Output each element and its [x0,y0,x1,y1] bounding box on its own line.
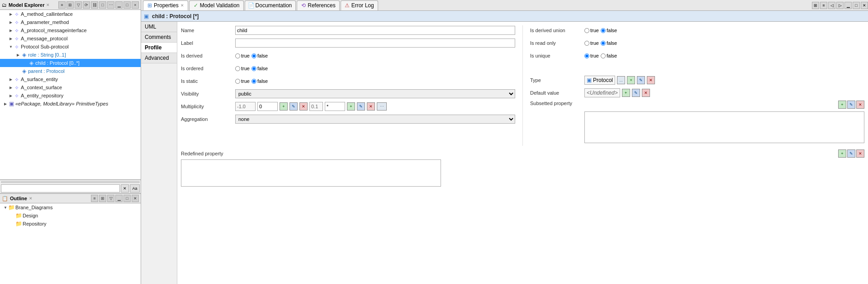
is-derived-false-option[interactable]: false [251,53,268,58]
outline-arrow-1[interactable]: ▼ [3,205,8,210]
tree-arrow-10[interactable]: ▶ [8,85,14,90]
type-edit-btn[interactable]: ✎ [637,76,645,84]
tree-item-7[interactable]: ◈ child : Protocol [0..*] [0,59,141,67]
outline-maximize-btn[interactable]: □ [123,195,131,202]
is-ordered-true-option[interactable]: true [235,66,250,71]
tree-item-11[interactable]: ▶ ⟡ A_entity_repository [0,91,141,100]
tab-properties-close[interactable]: ✕ [180,3,184,8]
search-aa-btn[interactable]: Aa [130,184,140,193]
outline-item-3[interactable]: 📁 Repository [0,220,141,228]
outline-item-1[interactable]: ▼ 📁 Brane_Diagrams [0,203,141,212]
visibility-select[interactable]: public private protected package [235,89,515,98]
is-unique-false-option[interactable]: false [601,53,617,58]
is-derived-false-radio[interactable] [251,53,256,58]
tab-properties[interactable]: ⊞ Properties ✕ [143,0,188,10]
expand-all-btn[interactable]: ⊞ [66,1,74,9]
next-btn[interactable]: ▷ [836,2,844,9]
tree-arrow-2[interactable]: ▶ [8,19,14,25]
tree-arrow-1[interactable]: ▶ [8,11,14,17]
is-static-true-radio[interactable] [235,79,240,84]
mult-upper-edit-btn[interactable]: ✎ [357,102,365,111]
subsetted-property-box[interactable] [584,111,864,143]
is-derived-union-true-option[interactable]: true [584,28,599,33]
mult-upper-add-btn[interactable]: + [347,102,355,111]
outline-filter-btn[interactable]: ▽ [107,195,114,202]
is-derived-union-true-radio[interactable] [584,28,589,33]
mult-lower-edit-btn[interactable]: ✎ [289,102,298,111]
tree-arrow-6[interactable]: ▶ [15,52,21,58]
tree-arrow-4[interactable]: ▶ [8,36,14,41]
default-add-btn[interactable]: + [622,89,630,97]
mult-nav-btn[interactable]: ⋯ [377,102,387,111]
is-derived-union-false-radio[interactable] [601,28,606,33]
search-clear-btn[interactable]: ✕ [121,184,129,193]
is-unique-true-option[interactable]: true [584,53,599,58]
prev-btn[interactable]: ◁ [828,2,835,9]
subsetted-add-btn[interactable]: + [838,101,846,109]
is-derived-true-option[interactable]: true [235,53,250,58]
sidebar-tab-uml[interactable]: UML [141,22,177,32]
sync-btn[interactable]: ⟳ [83,1,90,9]
tab-references[interactable]: ⟲ References [297,0,339,10]
is-read-only-false-radio[interactable] [601,41,606,46]
sidebar-tab-comments[interactable]: Comments [141,32,177,43]
type-nav-btn[interactable]: ... [617,76,625,84]
link-btn[interactable]: ⛓ [91,1,98,9]
model-explorer-tree[interactable]: ▶ ⟡ A_method_callinterface ▶ ⟡ A_paramet… [0,10,141,180]
tree-item-1[interactable]: ▶ ⟡ A_method_callinterface [0,10,141,18]
show-list-btn[interactable]: ≡ [820,2,827,9]
sidebar-tab-profile[interactable]: Profile [141,43,177,53]
search-input[interactable] [1,184,120,193]
filter-btn[interactable]: ▽ [75,1,82,9]
outline-collapse-btn[interactable]: ≡ [91,195,98,202]
outline-close-btn[interactable]: ✕ [132,195,139,202]
outline-minimize-btn[interactable]: ▁ [115,195,123,202]
is-derived-true-radio[interactable] [235,53,240,58]
is-ordered-true-radio[interactable] [235,66,240,71]
type-delete-btn[interactable]: ✕ [647,76,655,84]
redefined-delete-btn[interactable]: ✕ [856,149,864,158]
aggregation-select[interactable]: none shared composite [235,115,515,124]
is-static-false-option[interactable]: false [251,78,268,84]
tree-arrow-12[interactable]: ▶ [3,101,8,106]
tree-arrow-3[interactable]: ▶ [8,28,14,33]
tree-arrow-9[interactable]: ▶ [8,77,14,82]
is-static-false-radio[interactable] [251,79,256,84]
is-ordered-false-radio[interactable] [251,66,256,71]
mult-lower-delete-btn[interactable]: ✕ [299,102,308,111]
name-input[interactable] [235,26,515,35]
tree-item-4[interactable]: ▶ ⟡ A_message_protocol [0,34,141,43]
subsetted-delete-btn[interactable]: ✕ [856,101,864,109]
maximize-btn[interactable]: □ [123,1,131,9]
mult-lower-input[interactable] [257,102,278,111]
is-read-only-true-option[interactable]: true [584,40,599,46]
tree-arrow-5[interactable]: ▼ [8,44,14,49]
default-edit-btn[interactable]: ✎ [632,89,640,97]
more-btn[interactable]: ⋯ [107,1,114,9]
new-editor-btn[interactable]: ⊞ [812,2,819,9]
outline-expand-btn[interactable]: ⊞ [99,195,106,202]
mult-upper-input[interactable] [325,102,345,111]
is-derived-union-false-option[interactable]: false [601,28,617,33]
redefined-property-box[interactable] [181,159,441,187]
is-unique-true-radio[interactable] [584,53,589,58]
mult-upper-delete-btn[interactable]: ✕ [367,102,375,111]
label-input[interactable] [235,39,515,48]
collapse-all-btn[interactable]: ≡ [58,1,66,9]
tab-documentation[interactable]: 📄 Documentation [245,0,296,10]
is-ordered-false-option[interactable]: false [251,66,268,71]
tree-item-2[interactable]: ▶ ⟡ A_parameter_method [0,18,141,26]
close-editor-btn[interactable]: ✕ [861,2,868,9]
tree-item-12[interactable]: ▶ ▣ «ePackage, ModelLibrary» PrimitiveTy… [0,100,141,108]
tree-item-5[interactable]: ▼ ⟡ Protocol Sub-protocol [0,43,141,51]
is-read-only-false-option[interactable]: false [601,40,617,46]
tree-item-10[interactable]: ▶ ⟡ A_context_surface [0,83,141,91]
outline-item-2[interactable]: 📁 Design [0,212,141,220]
is-static-true-option[interactable]: true [235,78,250,84]
tab-error-log[interactable]: ⚠ Error Log [341,0,378,10]
redefined-add-btn[interactable]: + [838,149,846,158]
mult-lower-add-btn[interactable]: + [280,102,288,111]
tree-item-3[interactable]: ▶ ⟡ A_protocol_messageinterface [0,26,141,34]
type-add-btn[interactable]: + [627,76,635,84]
close-btn[interactable]: × [132,1,139,9]
